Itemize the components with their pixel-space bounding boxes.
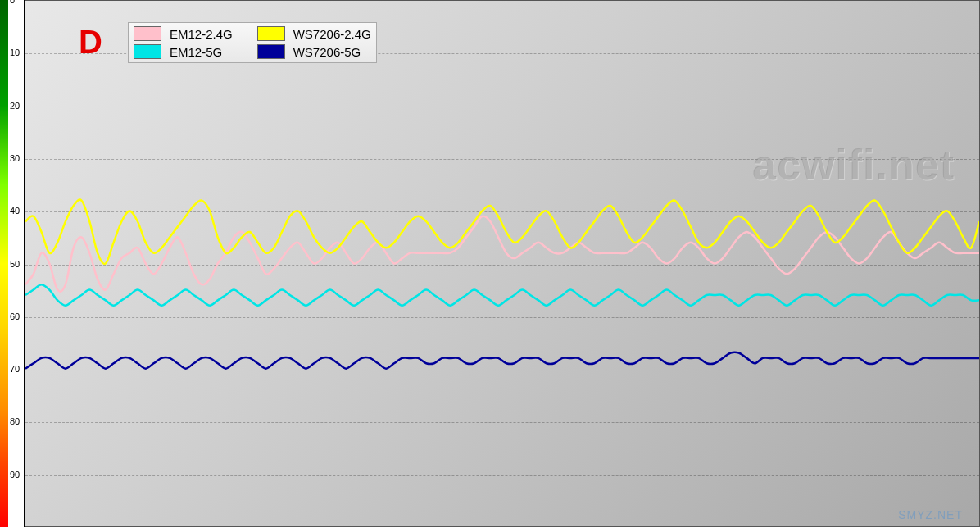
location-label: D (79, 24, 102, 61)
legend-item: WS7206-5G (257, 44, 371, 59)
series-line (25, 284, 979, 306)
legend-item: EM12-5G (134, 44, 233, 59)
y-tick-label: 90 (10, 470, 20, 479)
y-tick-label: 70 (10, 364, 20, 374)
legend: EM12-2.4G WS7206-2.4G EM12-5G WS7206-5G (128, 22, 377, 63)
legend-item: EM12-2.4G (134, 26, 233, 41)
y-tick-label: 30 (10, 153, 20, 163)
legend-label: WS7206-5G (293, 45, 361, 59)
y-tick-label: 80 (10, 416, 20, 426)
signal-gradient-bar (0, 0, 8, 527)
plot-area: D acwifi.net SMYZ.NET EM12-2.4G WS7206-2… (25, 0, 980, 527)
series-line (25, 200, 979, 264)
y-tick-label: 10 (10, 48, 20, 57)
series-line (25, 352, 979, 369)
y-tick-label: 50 (10, 259, 20, 269)
y-tick-label: 60 (10, 311, 20, 321)
legend-swatch (257, 26, 285, 41)
legend-label: WS7206-2.4G (293, 27, 371, 41)
series-line (25, 216, 979, 292)
y-tick-label: 20 (10, 101, 20, 111)
legend-item: WS7206-2.4G (257, 26, 371, 41)
legend-swatch (134, 44, 161, 59)
y-tick-label: 0 (10, 0, 15, 5)
legend-swatch (134, 26, 161, 41)
legend-label: EM12-5G (170, 45, 222, 59)
legend-label: EM12-2.4G (170, 27, 233, 41)
wifi-signal-chart: 0102030405060708090 D acwifi.net SMYZ.NE… (0, 0, 980, 527)
y-tick-label: 40 (10, 206, 20, 216)
legend-swatch (257, 44, 285, 59)
chart-lines (25, 1, 979, 526)
